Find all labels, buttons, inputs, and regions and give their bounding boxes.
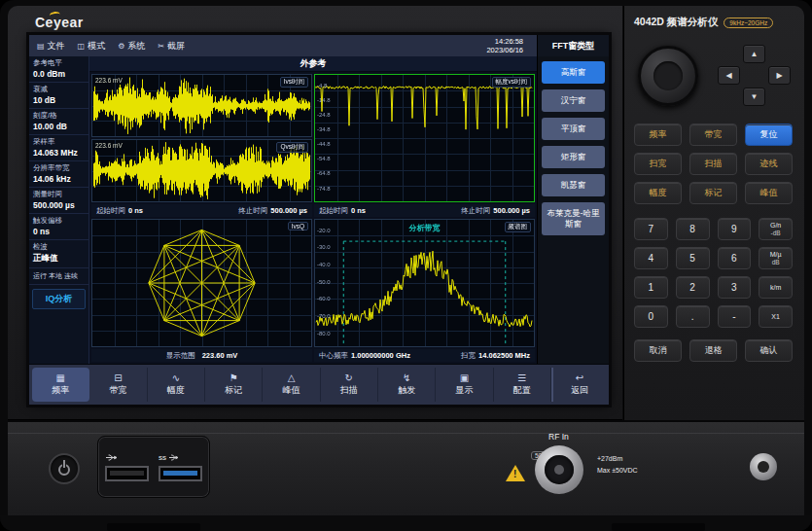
arrow-right-button[interactable]: ▶ xyxy=(768,66,791,85)
toolbar-label: 峰值 xyxy=(282,384,300,397)
back-icon: ↩ xyxy=(576,373,583,383)
q-range-label: 223.6 mV xyxy=(95,142,123,149)
fkey-marker[interactable]: 标记 xyxy=(689,182,737,204)
menu-mode[interactable]: ◫模式 xyxy=(78,40,106,53)
param-sample-rate: 采样率14.063 MHz xyxy=(29,135,88,161)
run-status: 运行 本地 连续 xyxy=(29,268,88,285)
ivsq-chart-title: IvsQ xyxy=(288,222,308,230)
numeric-keypad: 7 8 9 G/n-dB 4 5 6 M/µdB 1 2 3 k/m 0 . -… xyxy=(634,218,793,328)
param-rbw: 分辨率带宽14.06 kHz xyxy=(29,161,88,188)
menu-file[interactable]: ▤文件 xyxy=(37,40,65,53)
key-x1[interactable]: X1 xyxy=(759,305,793,328)
fft-menu-header: FFT窗类型 xyxy=(537,35,609,56)
knob-row: ▲ ◀ ▶ ▼ xyxy=(634,45,793,106)
menu-system[interactable]: ⚙系统 xyxy=(118,40,145,53)
fft-hanning-button[interactable]: 汉宁窗 xyxy=(542,89,605,112)
key-decimal[interactable]: . xyxy=(676,305,710,328)
backspace-button[interactable]: 退格 xyxy=(689,339,737,362)
fkey-sweep[interactable]: 扫描 xyxy=(689,153,737,175)
rotary-knob[interactable] xyxy=(638,46,698,106)
screen-content: 参考电平0.0 dBm 衰减10 dB 刻度/格10.00 dB 采样率14.0… xyxy=(29,56,609,364)
fft-rectangular-button[interactable]: 矩形窗 xyxy=(542,146,605,168)
key-2[interactable]: 2 xyxy=(676,276,710,299)
mode-icon: ◫ xyxy=(78,42,86,51)
toolbar-frequency[interactable]: ▦频率 xyxy=(32,368,89,402)
key-6[interactable]: 6 xyxy=(718,247,752,269)
key-5[interactable]: 5 xyxy=(676,247,710,269)
param-label: 触发偏移 xyxy=(33,216,85,226)
key-unit-kilo[interactable]: k/m xyxy=(759,276,793,299)
fkey-trace[interactable]: 迹线 xyxy=(745,153,793,175)
toolbar-trigger[interactable]: ↯触发 xyxy=(378,368,436,402)
arrow-down-button[interactable]: ▼ xyxy=(743,88,765,106)
fkey-reset[interactable]: 复位 xyxy=(745,124,793,146)
key-unit-mega[interactable]: M/µdB xyxy=(759,247,793,269)
usb-icon xyxy=(105,453,121,463)
fft-kaiser-button[interactable]: 凯瑟窗 xyxy=(542,174,605,196)
toolbar-display[interactable]: ▣显示 xyxy=(436,368,493,402)
toolbar-label: 配置 xyxy=(513,384,531,397)
display-range-footer: 显示范围223.60 mV xyxy=(91,349,312,362)
toolbar-label: 标记 xyxy=(225,384,242,397)
toolbar-bandwidth[interactable]: ⊟带宽 xyxy=(89,368,147,402)
center-frequency: 中心频率1.000000000 GHz xyxy=(319,351,410,361)
fft-blackman-harris-button[interactable]: 布莱克曼-哈里斯窗 xyxy=(542,202,605,235)
toolbar-config[interactable]: ☰配置 xyxy=(494,368,551,402)
arrow-up-button[interactable]: ▲ xyxy=(743,45,765,63)
toolbar-peak[interactable]: △峰值 xyxy=(263,368,320,402)
key-unit-giga[interactable]: G/n-dB xyxy=(759,218,793,240)
control-panel: 4042D 频谱分析仪9kHz~20GHz ▲ ◀ ▶ ▼ 频率 带宽 复位 扫… xyxy=(623,6,804,420)
param-scale-div: 刻度/格10.00 dB xyxy=(29,109,88,135)
key-1[interactable]: 1 xyxy=(634,276,668,299)
param-value: 0 ns xyxy=(33,227,85,236)
power-button[interactable] xyxy=(49,453,80,484)
key-minus[interactable]: - xyxy=(718,305,752,328)
date-text: 2023/06/16 xyxy=(486,46,523,54)
menu-row: ▤文件 ◫模式 ⚙系统 ✂截屏 14:26:58 2023/06/16 FFT窗… xyxy=(29,35,609,56)
fft-gaussian-button[interactable]: 高斯窗 xyxy=(542,61,605,84)
param-value: 10.00 dB xyxy=(33,122,85,131)
param-detector: 检波正峰值 xyxy=(29,240,88,268)
foot-right xyxy=(612,523,705,531)
arrow-left-button[interactable]: ◀ xyxy=(718,66,740,85)
stop-time: 终止时间500.000 µs xyxy=(461,206,530,216)
fkey-peak[interactable]: 峰值 xyxy=(745,182,793,204)
key-4[interactable]: 4 xyxy=(634,247,668,269)
menu-file-label: 文件 xyxy=(48,40,65,53)
key-0[interactable]: 0 xyxy=(634,305,668,328)
iq-analysis-mode-button[interactable]: IQ分析 xyxy=(32,289,86,309)
toolbar-back-button[interactable]: ↩返回 xyxy=(551,368,606,402)
param-label: 衰减 xyxy=(33,85,85,94)
spectrum-chart: 分析带宽 频谱图 -20.0-30.0-40.0-50.0-60.0-70.0-… xyxy=(314,219,535,347)
key-9[interactable]: 9 xyxy=(718,218,752,240)
max-voltage-text: Max ±50VDC xyxy=(597,465,638,477)
spectrum-footer: 中心频率1.000000000 GHz 扫宽14.062500 MHz xyxy=(314,349,535,362)
rf-in-label: RF In xyxy=(548,432,569,442)
toolbar-amplitude[interactable]: ∿幅度 xyxy=(148,368,205,402)
peak-icon: △ xyxy=(288,373,296,383)
key-7[interactable]: 7 xyxy=(634,218,668,240)
screen: ▤文件 ◫模式 ⚙系统 ✂截屏 14:26:58 2023/06/16 FFT窗… xyxy=(29,35,609,405)
toolbar-sweep[interactable]: ↻扫描 xyxy=(321,368,378,402)
fft-flattop-button[interactable]: 平顶窗 xyxy=(542,118,605,140)
fkey-bandwidth[interactable]: 带宽 xyxy=(689,124,737,146)
spectrum-chart-title: 频谱图 xyxy=(505,222,532,232)
menu-screenshot[interactable]: ✂截屏 xyxy=(158,40,185,53)
confirm-button[interactable]: 确认 xyxy=(745,339,793,362)
param-value: 14.06 kHz xyxy=(33,174,85,184)
toolbar-label: 显示 xyxy=(455,384,473,397)
q-chart-title: Qvs时间 xyxy=(276,142,308,153)
ss-label: SS xyxy=(159,455,166,461)
toolbar-marker[interactable]: ⚑标记 xyxy=(205,368,263,402)
start-time: 起始时间0 ns xyxy=(319,206,366,216)
cancel-button[interactable]: 取消 xyxy=(634,339,682,362)
key-3[interactable]: 3 xyxy=(718,276,752,299)
bottom-toolbar: ▦频率 ⊟带宽 ∿幅度 ⚑标记 △峰值 ↻扫描 ↯触发 ▣显示 ☰配置 ↩返回 xyxy=(29,364,609,405)
fkey-span[interactable]: 扫宽 xyxy=(634,153,682,175)
analysis-bandwidth-label: 分析带宽 xyxy=(409,223,441,233)
key-8[interactable]: 8 xyxy=(676,218,710,240)
spectrum-trace-canvas xyxy=(315,220,534,346)
chart-area: 外参考 223.6 mV Ivs时间 223.6 mV Qvs时间 xyxy=(89,56,537,364)
fkey-frequency[interactable]: 频率 xyxy=(634,124,682,146)
fkey-amplitude[interactable]: 幅度 xyxy=(634,182,682,204)
